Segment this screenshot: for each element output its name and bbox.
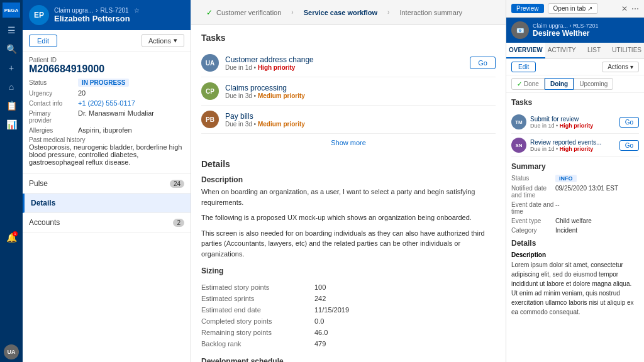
tab-list[interactable]: LIST xyxy=(579,43,610,58)
step-label: Customer verification xyxy=(216,9,281,16)
sidebar: PEGA ☰ 🔍 + ⌂ 📋 📊 🔔 1 UA xyxy=(0,0,23,362)
task-item-2: PB Pay bills Due in 3d • Medium priority xyxy=(201,106,496,134)
task-name-0: Customer address change xyxy=(225,55,464,64)
right-panel: Preview Open in tab ↗ ✕ ⋯ 📧 Claim upgra.… xyxy=(506,0,644,362)
notification-badge: 1 xyxy=(13,231,18,236)
right-go-button-1[interactable]: Go xyxy=(619,140,639,151)
case-ref: Claim upgra... xyxy=(54,7,93,14)
patient-header-info: Claim upgra... › RLS-7201 ☆ Elizabeth Pe… xyxy=(54,7,184,23)
task-name-1: Claims processing xyxy=(225,84,496,92)
add-icon[interactable]: + xyxy=(3,59,20,77)
menu-icon[interactable]: ☰ xyxy=(3,21,20,39)
task-name-2: Pay bills xyxy=(225,112,496,121)
done-check-icon: ✓ xyxy=(517,80,522,87)
right-task-avatar-0: TM xyxy=(511,114,526,129)
task-due-0: Due in 1d • High priority xyxy=(225,64,464,71)
nav-item-accounts[interactable]: Accounts 2 xyxy=(23,213,191,233)
home-icon[interactable]: ⌂ xyxy=(3,78,20,96)
urgency-label: Urgency xyxy=(29,90,73,97)
task-avatar-1: CP xyxy=(201,82,219,100)
details-section: Details Description When on boarding an … xyxy=(201,159,496,259)
list-icon[interactable]: 📋 xyxy=(3,97,20,114)
nav-list: Pulse 24 Details Accounts 2 xyxy=(23,174,191,362)
nav-accounts-label: Accounts xyxy=(29,218,60,227)
sizing-row: Backlog rank479 xyxy=(201,338,496,349)
sizing-label: Completed story points xyxy=(201,317,314,325)
right-header-info: Claim upgra... › RLS-7201 Desiree Welthe… xyxy=(533,23,599,38)
patient-id-value: M206684919000 xyxy=(29,63,184,75)
edit-button[interactable]: Edit xyxy=(29,35,57,47)
left-header: EP Claim upgra... › RLS-7201 ☆ Elizabeth… xyxy=(23,0,191,30)
user-avatar[interactable]: UA xyxy=(4,344,19,359)
urgency-value: 20 xyxy=(78,89,86,97)
sizing-rows: Estimated story points100Estimated sprin… xyxy=(201,282,496,349)
right-task-name-1: Review reported events... xyxy=(530,139,616,146)
right-desc-text: Lorem ipsum dolor sit amet, consectetur … xyxy=(511,260,639,317)
task-due-1: Due in 3d • Medium priority xyxy=(225,92,496,99)
workflow-steps: ✓ Customer verification › Service case w… xyxy=(191,0,506,25)
workflow-step-verification[interactable]: ✓ Customer verification xyxy=(197,3,290,22)
tab-activity[interactable]: ACTIVITY xyxy=(545,43,579,58)
status-tab-upcoming[interactable]: Upcoming xyxy=(574,78,613,90)
status-tab-done[interactable]: ✓ Done xyxy=(511,78,545,90)
accounts-badge: 2 xyxy=(173,219,184,227)
sizing-title: Sizing xyxy=(201,266,496,275)
actions-button[interactable]: Actions ▾ xyxy=(142,34,184,47)
right-edit-button[interactable]: Edit xyxy=(511,62,536,72)
summary-title: Summary xyxy=(511,162,639,171)
right-task-due-0: Due in 1d • High priority xyxy=(530,123,616,129)
sizing-value: 0.0 xyxy=(314,317,324,325)
open-in-tab-button[interactable]: Open in tab ↗ xyxy=(548,3,599,14)
workflow-step-interaction[interactable]: Interaction summary xyxy=(391,4,471,21)
summary-row: CategoryIncident xyxy=(511,227,639,234)
summary-value: Incident xyxy=(555,227,577,234)
sizing-row: Estimated sprints242 xyxy=(201,293,496,304)
preview-button[interactable]: Preview xyxy=(511,4,544,13)
star-icon[interactable]: ☆ xyxy=(134,7,140,14)
tab-overview[interactable]: OVERVIEW xyxy=(506,43,545,58)
notifications-icon[interactable]: 🔔 1 xyxy=(3,229,20,246)
workflow-step-service[interactable]: Service case workflow xyxy=(295,4,386,21)
external-link-icon: ↗ xyxy=(587,5,592,12)
nav-item-details[interactable]: Details xyxy=(23,194,191,213)
right-task-info-0: Submit for review Due in 1d • High prior… xyxy=(530,116,616,129)
sizing-value: 46.0 xyxy=(314,329,328,336)
chart-icon[interactable]: 📊 xyxy=(3,116,20,133)
sizing-value: 11/15/2019 xyxy=(314,306,349,314)
right-go-button-0[interactable]: Go xyxy=(619,117,639,128)
right-avatar: 📧 xyxy=(511,21,529,39)
right-header: 📧 Claim upgra... › RLS-7201 Desiree Welt… xyxy=(506,18,644,43)
status-label: Status xyxy=(29,79,73,86)
right-actions-button[interactable]: Actions ▾ xyxy=(602,62,639,72)
status-tab-doing[interactable]: Doing xyxy=(545,78,574,90)
summary-value: -- xyxy=(555,201,560,215)
description-text-2: The following is a proposed UX mock-up w… xyxy=(201,212,496,223)
go-button-0[interactable]: Go xyxy=(470,57,496,69)
right-actions-bar: Edit Actions ▾ xyxy=(506,59,644,75)
right-details-section: Details Description Lorem ipsum dolor si… xyxy=(511,239,639,317)
right-tasks-title: Tasks xyxy=(511,98,639,107)
nav-item-pulse[interactable]: Pulse 24 xyxy=(23,174,191,194)
info-badge: INFO xyxy=(555,175,577,182)
tasks-title: Tasks xyxy=(201,33,496,43)
close-icon[interactable]: ✕ xyxy=(621,4,628,13)
sizing-value: 242 xyxy=(314,295,326,302)
task-item-0: UA Customer address change Due in 1d • H… xyxy=(201,49,496,77)
patient-avatar: EP xyxy=(29,5,49,25)
doing-label: Doing xyxy=(550,80,568,87)
arrow-icon-1: › xyxy=(290,9,294,16)
contact-value[interactable]: +1 (202) 555-0117 xyxy=(78,99,135,107)
step-label-2: Service case workflow xyxy=(304,9,377,16)
provider-value: Dr. Manaswami Mudaliar xyxy=(78,109,154,117)
show-more-link[interactable]: Show more xyxy=(201,134,496,151)
sizing-value: 100 xyxy=(314,283,326,291)
right-actions-label: Actions xyxy=(608,63,628,70)
summary-label: Notified date and time xyxy=(511,185,555,199)
description-title: Description xyxy=(201,175,496,184)
center-content-area: Tasks UA Customer address change Due in … xyxy=(191,25,506,362)
more-options-icon[interactable]: ⋯ xyxy=(631,4,639,13)
summary-row: StatusINFO xyxy=(511,175,639,182)
right-chevron-icon: ▾ xyxy=(630,63,633,70)
tab-utilities[interactable]: UTILITIES xyxy=(609,43,644,58)
search-icon[interactable]: 🔍 xyxy=(3,40,20,58)
